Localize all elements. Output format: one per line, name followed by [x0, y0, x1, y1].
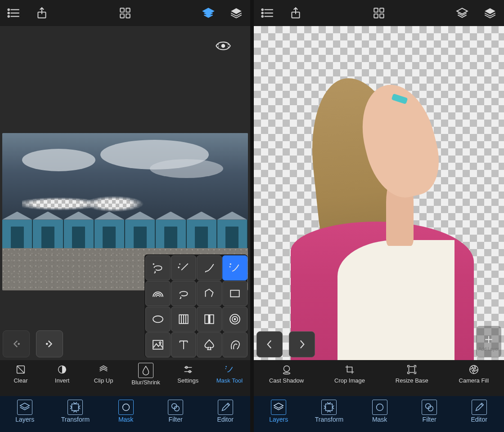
layers-overlay-icon[interactable] — [201, 5, 216, 21]
apps-icon[interactable] — [371, 5, 387, 21]
settings-button[interactable]: Settings — [175, 363, 202, 384]
share-icon[interactable] — [34, 5, 50, 21]
sparkle-brush-icon[interactable] — [222, 255, 248, 281]
add-icon: ＋ — [482, 332, 495, 346]
right-topbar — [254, 0, 504, 26]
left-main-tabs: Layers Transform Mask Filter Editor — [0, 396, 250, 432]
lasso-auto-icon[interactable] — [145, 255, 171, 281]
brush-icon[interactable] — [197, 255, 222, 281]
spade-shape-icon[interactable] — [197, 332, 222, 357]
undo-icon[interactable] — [3, 330, 30, 357]
redo-icon[interactable] — [36, 330, 63, 357]
right-subtoolbar: Cast Shadow Crop Image Resize Base Camer… — [254, 360, 504, 396]
left-subtoolbar: Clear Invert Clip Up Blur/Shrink Setting… — [0, 360, 250, 396]
tab-layers[interactable]: Layers — [265, 400, 292, 423]
history-controls — [3, 330, 63, 357]
text-tool-icon[interactable] — [171, 332, 196, 357]
tab-transform[interactable]: Transform — [61, 400, 90, 423]
left-canvas[interactable] — [0, 26, 250, 360]
linear-gradient-icon[interactable] — [171, 307, 196, 332]
erased-mask-region — [22, 193, 145, 215]
mirror-gradient-icon[interactable] — [197, 307, 222, 332]
tab-transform[interactable]: Transform — [315, 400, 343, 423]
landscape-icon[interactable] — [145, 332, 171, 357]
tab-mask[interactable]: Mask — [112, 400, 140, 423]
rectangle-icon[interactable] — [222, 281, 248, 306]
tab-editor[interactable]: Editor — [466, 400, 493, 423]
lasso-icon[interactable] — [171, 281, 196, 306]
prev-icon[interactable] — [256, 331, 283, 357]
clear-button[interactable]: Clear — [7, 363, 34, 384]
layers-overlay-icon[interactable] — [454, 5, 470, 21]
camera-fill-button[interactable]: Camera Fill — [459, 363, 489, 384]
list-icon[interactable] — [260, 5, 275, 21]
left-app-panel: Clear Invert Clip Up Blur/Shrink Setting… — [0, 0, 250, 432]
tab-editor[interactable]: Editor — [212, 400, 239, 423]
apps-icon[interactable] — [117, 5, 133, 21]
right-app-panel: ＋ Add Layer Cast Shadow Crop Image Resiz… — [254, 0, 504, 432]
share-icon[interactable] — [288, 5, 303, 21]
mask-tool-palette — [144, 254, 248, 357]
layer-nav — [256, 331, 315, 357]
tab-filter[interactable]: Filter — [416, 400, 443, 423]
clip-up-button[interactable]: Clip Up — [90, 363, 117, 384]
right-canvas[interactable]: ＋ Add Layer — [254, 26, 504, 360]
tab-layers[interactable]: Layers — [11, 400, 38, 423]
visibility-icon[interactable] — [211, 37, 236, 55]
blur-shrink-button[interactable]: Blur/Shrink — [131, 363, 160, 386]
invert-button[interactable]: Invert — [49, 363, 76, 384]
resize-base-button[interactable]: Resize Base — [396, 363, 428, 384]
layers-stack-icon[interactable] — [229, 5, 244, 21]
tab-filter[interactable]: Filter — [162, 400, 189, 423]
left-topbar — [0, 0, 250, 26]
magic-wand-icon[interactable] — [171, 255, 196, 281]
radial-gradient-icon[interactable] — [222, 307, 248, 332]
right-main-tabs: Layers Transform Mask Filter Editor — [254, 396, 504, 432]
next-icon[interactable] — [289, 331, 315, 357]
mask-tool-button[interactable]: Mask Tool — [216, 363, 243, 384]
list-icon[interactable] — [6, 5, 22, 21]
crop-image-button[interactable]: Crop Image — [334, 363, 365, 384]
ellipse-icon[interactable] — [145, 307, 171, 332]
hair-mask-icon[interactable] — [222, 332, 248, 357]
cast-shadow-button[interactable]: Cast Shadow — [269, 363, 304, 384]
cutout-subject — [279, 59, 474, 360]
polygon-icon[interactable] — [197, 281, 222, 306]
tab-mask[interactable]: Mask — [366, 400, 393, 423]
add-layer-button[interactable]: ＋ Add Layer — [476, 326, 501, 357]
rainbow-icon[interactable] — [145, 281, 171, 306]
layers-stack-icon[interactable] — [482, 5, 498, 21]
